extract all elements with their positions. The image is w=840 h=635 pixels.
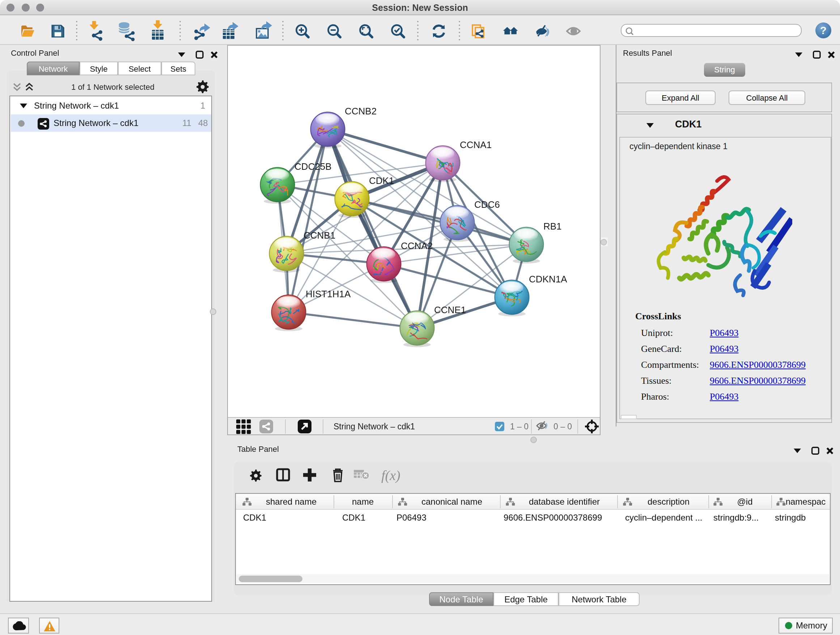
svg-text:CDK1: CDK1 — [369, 175, 394, 186]
svg-text:CDC6: CDC6 — [474, 199, 500, 210]
svg-text:1 – 0: 1 – 0 — [510, 422, 529, 431]
svg-text:RB1: RB1 — [543, 221, 562, 232]
svg-text:CCNA1: CCNA1 — [460, 139, 492, 150]
svg-text:CDC25B: CDC25B — [294, 161, 332, 172]
svg-text:HIST1H1A: HIST1H1A — [306, 288, 351, 299]
svg-text:String Network – cdk1: String Network – cdk1 — [333, 422, 415, 431]
svg-text:CDKN1A: CDKN1A — [529, 274, 567, 285]
svg-text:CCNE1: CCNE1 — [434, 304, 466, 315]
svg-text:CCNA2: CCNA2 — [401, 241, 433, 251]
svg-text:0 – 0: 0 – 0 — [554, 422, 572, 431]
svg-text:CCNB2: CCNB2 — [345, 106, 377, 117]
svg-text:f(x): f(x) — [381, 468, 401, 483]
svg-text:CCNB1: CCNB1 — [303, 230, 335, 241]
